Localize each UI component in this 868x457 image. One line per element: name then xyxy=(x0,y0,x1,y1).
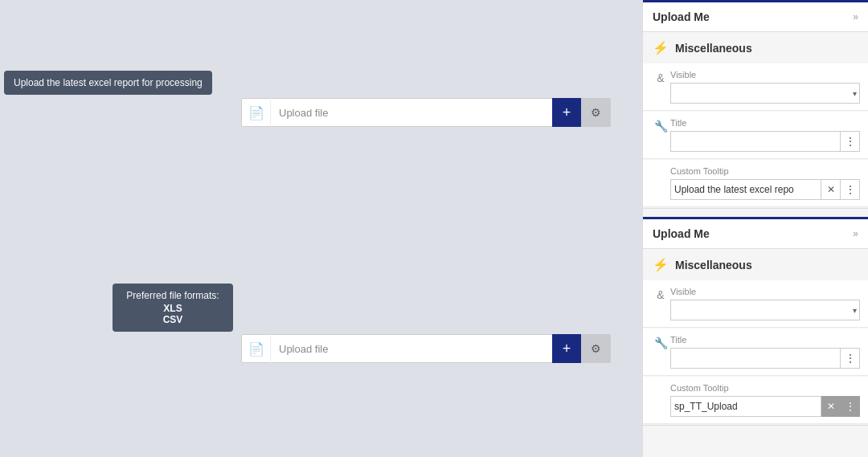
title-label-1: Title xyxy=(670,118,860,128)
upload-widget-1: 📄 Upload file + ⚙ xyxy=(241,98,611,127)
panel-expand-icon-1[interactable]: » xyxy=(853,11,858,22)
title-input-wrap-2: ⋮ xyxy=(670,348,860,369)
file-icon-1: 📄 xyxy=(242,98,271,127)
panel-header-1: Upload Me » xyxy=(643,0,868,32)
visible-row-1: & Visible ▾ xyxy=(643,63,868,111)
visible-select-wrap-2: ▾ xyxy=(670,300,860,320)
tooltip-content-2: Custom Tooltip ✕ ⋮ xyxy=(670,383,860,417)
misc-header-row-2: ⚡ Miscellaneous xyxy=(643,249,868,280)
tooltip-input-2[interactable] xyxy=(670,396,821,417)
visible-select-wrap-1: ▾ xyxy=(670,83,860,104)
plus-icon-1: + xyxy=(563,104,571,121)
tooltip-line1: Preferred file formats: xyxy=(122,290,223,301)
misc-label-1: Miscellaneous xyxy=(675,42,752,55)
title-content-1: Title ⋮ xyxy=(670,118,860,152)
tooltip-dots-button-1[interactable]: ⋮ xyxy=(841,179,860,200)
panel-title-1: Upload Me xyxy=(653,10,710,23)
tooltip-row-1: Custom Tooltip ✕ ⋮ xyxy=(643,160,868,207)
title-dots-button-2[interactable]: ⋮ xyxy=(841,348,860,369)
panel-section-2: Upload Me » ⚡ Miscellaneous & Visible ▾ xyxy=(643,217,868,426)
visible-content-1: Visible ▾ xyxy=(670,70,860,104)
title-row-2: 🔧 Title ⋮ xyxy=(643,328,868,376)
gear-icon-1: ⚙ xyxy=(591,106,601,119)
tooltip-bubble-1: Upload the latest excel report for proce… xyxy=(4,71,212,95)
panel-body-1: ⚡ Miscellaneous & Visible ▾ 🔧 Title xyxy=(643,32,868,207)
misc-label-2: Miscellaneous xyxy=(675,259,752,271)
title-input-wrap-1: ⋮ xyxy=(670,131,860,152)
link-icon-1: & xyxy=(651,71,670,84)
upload-add-button-1[interactable]: + xyxy=(552,98,581,127)
right-panel: Upload Me » ⚡ Miscellaneous & Visible ▾ xyxy=(642,0,868,457)
upload-label-1: Upload file xyxy=(271,107,552,119)
upload-widget-2: 📄 Upload file + ⚙ xyxy=(241,334,611,363)
lightning-icon-1: ⚡ xyxy=(653,40,669,55)
visible-label-2: Visible xyxy=(670,287,860,296)
tooltip-input-wrap-2: ✕ ⋮ xyxy=(670,396,860,417)
tooltip-text-1: Upload the latest excel report for proce… xyxy=(14,77,203,88)
visible-label-1: Visible xyxy=(670,70,860,80)
gear-icon-2: ⚙ xyxy=(591,342,601,355)
title-dots-button-1[interactable]: ⋮ xyxy=(841,131,860,152)
lightning-icon-2: ⚡ xyxy=(653,257,669,272)
tooltip-label-2: Custom Tooltip xyxy=(670,383,860,393)
title-input-1[interactable] xyxy=(670,131,841,152)
visible-content-2: Visible ▾ xyxy=(670,287,860,320)
tooltip-line3: CSV xyxy=(122,314,223,325)
tooltip-row-2: Custom Tooltip ✕ ⋮ xyxy=(643,377,868,424)
tooltip-clear-button-2[interactable]: ✕ xyxy=(821,396,841,417)
tooltip-input-wrap-1: ✕ ⋮ xyxy=(670,179,860,200)
upload-gear-button-1[interactable]: ⚙ xyxy=(581,98,610,127)
tooltip-label-1: Custom Tooltip xyxy=(670,166,860,176)
visible-select-1[interactable] xyxy=(670,83,860,104)
title-label-2: Title xyxy=(670,335,860,345)
wrench-icon-2: 🔧 xyxy=(651,337,670,349)
misc-header-row-1: ⚡ Miscellaneous xyxy=(643,32,868,63)
plus-icon-2: + xyxy=(563,341,571,357)
visible-row-2: & Visible ▾ xyxy=(643,280,868,328)
wrench-icon-1: 🔧 xyxy=(651,120,670,133)
file-icon-2: 📄 xyxy=(242,334,271,363)
visible-select-2[interactable] xyxy=(670,300,860,320)
title-row-1: 🔧 Title ⋮ xyxy=(643,112,868,159)
upload-label-2: Upload file xyxy=(271,343,552,355)
panel-expand-icon-2[interactable]: » xyxy=(853,228,858,239)
canvas-area: Upload the latest excel report for proce… xyxy=(0,0,642,457)
upload-add-button-2[interactable]: + xyxy=(552,334,581,363)
tooltip-clear-button-1[interactable]: ✕ xyxy=(821,179,841,200)
panel-title-2: Upload Me xyxy=(653,227,710,240)
tooltip-line2: XLS xyxy=(122,303,223,314)
panel-header-2: Upload Me » xyxy=(643,217,868,249)
tooltip-bubble-2: Preferred file formats: XLS CSV xyxy=(113,284,233,332)
link-icon-2: & xyxy=(651,288,670,301)
upload-gear-button-2[interactable]: ⚙ xyxy=(581,334,610,363)
title-content-2: Title ⋮ xyxy=(670,335,860,369)
tooltip-dots-button-2[interactable]: ⋮ xyxy=(841,396,860,417)
panel-section-1: Upload Me » ⚡ Miscellaneous & Visible ▾ xyxy=(643,0,868,209)
title-input-2[interactable] xyxy=(670,348,841,369)
tooltip-input-1[interactable] xyxy=(670,179,821,200)
tooltip-content-1: Custom Tooltip ✕ ⋮ xyxy=(670,166,860,200)
panel-body-2: ⚡ Miscellaneous & Visible ▾ 🔧 Title xyxy=(643,249,868,424)
